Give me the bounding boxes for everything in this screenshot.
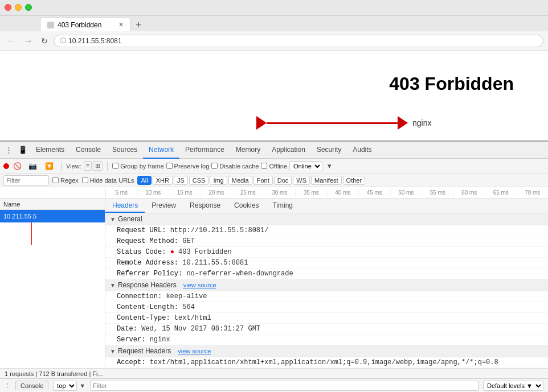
settings-icon[interactable]: ▾	[325, 159, 334, 172]
filter-types: All XHR JS CSS Img Media Font Doc WS Man…	[137, 176, 365, 185]
preserve-log-label[interactable]: Preserve log	[166, 163, 210, 170]
title-bar	[0, 0, 548, 16]
filter-ws[interactable]: WS	[293, 176, 310, 185]
server-row: Server: nginx	[105, 335, 548, 345]
filter-js[interactable]: JS	[174, 176, 188, 185]
tick-20ms: 20 ms	[201, 189, 232, 196]
content-length-row: Content-Length: 564	[105, 302, 548, 313]
filter-img[interactable]: Img	[210, 176, 227, 185]
tab-application[interactable]: Application	[266, 142, 311, 159]
filter-button[interactable]: 🔽	[42, 160, 56, 172]
response-headers-section-header[interactable]: ▼ Response Headers view source	[105, 279, 548, 291]
levels-select[interactable]: Default levels ▼	[483, 381, 543, 391]
request-method-value: GET	[182, 237, 195, 245]
network-item-name: 10.211.55.5	[3, 213, 36, 220]
headers-tab[interactable]: Headers	[105, 199, 145, 213]
timeline-grid: 5 ms 10 ms 15 ms 20 ms 25 ms 30 ms 35 ms…	[105, 187, 548, 198]
clear-button[interactable]: 🚫	[11, 162, 23, 171]
filter-media[interactable]: Media	[228, 176, 252, 185]
grid-view-icon[interactable]: ⊞	[93, 161, 103, 171]
toolbar-separator	[61, 162, 62, 171]
filter-manifest[interactable]: Manifest	[311, 176, 342, 185]
hide-data-urls-label[interactable]: Hide data URLs	[82, 177, 134, 184]
hide-data-urls-checkbox[interactable]	[82, 177, 88, 183]
disable-cache-checkbox[interactable]	[211, 163, 218, 169]
preserve-log-checkbox[interactable]	[166, 163, 173, 169]
offline-checkbox[interactable]	[261, 163, 267, 169]
tick-50ms: 50 ms	[390, 189, 422, 196]
tab-favicon	[47, 22, 54, 28]
date-key: Date:	[117, 325, 137, 333]
close-button[interactable]	[5, 4, 11, 11]
back-button[interactable]: ←	[5, 35, 18, 47]
list-view-icon[interactable]: ≡	[84, 161, 92, 171]
regex-checkbox[interactable]	[52, 177, 59, 183]
connection-value: keep-alive	[166, 292, 207, 300]
accept-row: Accept: text/html,application/xhtml+xml,…	[105, 357, 548, 368]
offline-label[interactable]: Offline	[261, 163, 287, 170]
devtools-tab-bar: ⋮ 📱 Elements Console Sources Network Per…	[0, 142, 548, 159]
disable-cache-label[interactable]: Disable cache	[211, 163, 259, 170]
tick-10ms: 10 ms	[137, 189, 169, 196]
scope-select[interactable]: top	[53, 381, 77, 391]
filter-css[interactable]: CSS	[189, 176, 209, 185]
timing-tab[interactable]: Timing	[265, 199, 300, 213]
general-section-header[interactable]: ▼ General	[105, 213, 548, 225]
address-bar[interactable]: ⓘ 10.211.55.5:8081	[54, 35, 543, 47]
cookies-tab[interactable]: Cookies	[227, 199, 265, 213]
filter-xhr[interactable]: XHR	[153, 176, 173, 185]
request-method-key: Request Method:	[117, 237, 178, 245]
tick-40ms: 40 ms	[327, 189, 359, 196]
maximize-button[interactable]	[25, 4, 32, 11]
dots-icon[interactable]: ⋮	[5, 382, 11, 389]
filter-other[interactable]: Other	[343, 176, 366, 185]
connection-key: Connection:	[117, 292, 162, 300]
filter-all[interactable]: All	[137, 176, 151, 185]
tab-network[interactable]: Network	[143, 142, 179, 159]
forward-button[interactable]: →	[22, 35, 35, 47]
connection-row: Connection: keep-alive	[105, 291, 548, 302]
group-by-frame-checkbox[interactable]	[112, 163, 118, 169]
devtools-device-button[interactable]: 📱	[15, 143, 30, 156]
filter-font[interactable]: Font	[253, 176, 273, 185]
filter-input[interactable]	[3, 175, 49, 185]
referrer-policy-value: no-referrer-when-downgrade	[186, 270, 293, 278]
tab-audits[interactable]: Audits	[347, 142, 377, 159]
tab-security[interactable]: Security	[311, 142, 347, 159]
tab-performance[interactable]: Performance	[179, 142, 230, 159]
scope-selector: top ▼	[53, 381, 85, 391]
tab-elements[interactable]: Elements	[30, 142, 70, 159]
request-view-source-link[interactable]: view source	[178, 348, 211, 354]
tab-close-button[interactable]: ✕	[118, 21, 124, 28]
network-row-selected[interactable]: 10.211.55.5	[0, 210, 105, 222]
tick-60ms: 60 ms	[453, 189, 485, 196]
regex-label[interactable]: Regex	[52, 177, 79, 184]
minimize-button[interactable]	[15, 4, 22, 11]
triangle-icon: ▼	[110, 216, 116, 222]
headers-content: ▼ General Request URL: http://10.211.55.…	[105, 213, 548, 368]
console-tab[interactable]: Console	[15, 381, 48, 390]
network-names-panel: Name 10.211.55.5	[0, 199, 105, 368]
network-toolbar: 🚫 📷 🔽 View: ≡ ⊞ Group by frame Preserve …	[0, 159, 548, 174]
request-headers-section-header[interactable]: ▼ Request Headers view source	[105, 345, 548, 357]
browser-tab[interactable]: 403 Forbidden ✕	[40, 18, 131, 31]
filter-doc[interactable]: Doc	[274, 176, 292, 185]
tick-70ms: 70 ms	[517, 189, 549, 196]
console-filter-input[interactable]	[90, 381, 479, 391]
response-tab[interactable]: Response	[183, 199, 227, 213]
response-view-source-link[interactable]: view source	[183, 282, 216, 288]
traffic-lights	[5, 4, 32, 11]
new-tab-button[interactable]: +	[136, 19, 142, 31]
online-select[interactable]: Online	[289, 161, 322, 171]
tab-console[interactable]: Console	[70, 142, 107, 159]
preview-tab[interactable]: Preview	[145, 199, 183, 213]
devtools-menu-button[interactable]: ⋮	[2, 143, 15, 156]
tab-sources[interactable]: Sources	[107, 142, 143, 159]
tab-memory[interactable]: Memory	[230, 142, 266, 159]
bottom-bar: ⋮ Console top ▼ Default levels ▼	[0, 378, 548, 392]
reload-button[interactable]: ↻	[39, 35, 50, 47]
record-button[interactable]	[3, 163, 9, 169]
request-headers-title: Request Headers	[118, 347, 171, 355]
group-by-frame-label[interactable]: Group by frame	[112, 163, 163, 170]
camera-button[interactable]: 📷	[26, 160, 40, 172]
